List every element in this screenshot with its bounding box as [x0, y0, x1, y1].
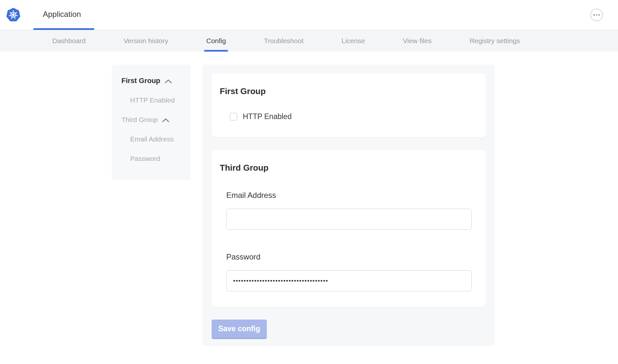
config-main-panel: First Group HTTP Enabled Third Group Ema… [203, 65, 495, 346]
kubernetes-logo-icon [6, 7, 21, 22]
tab-config[interactable]: Config [204, 30, 228, 52]
tab-version-history[interactable]: Version history [122, 30, 170, 52]
chevron-up-icon [165, 79, 172, 83]
sidebar-group-label: First Group [121, 77, 160, 85]
password-field: Password [226, 252, 477, 291]
sidebar-item-label: HTTP Enabled [130, 96, 175, 104]
config-group-card-third: Third Group Email Address Password [212, 150, 486, 307]
ellipsis-menu-button[interactable] [590, 9, 603, 21]
sidebar-item-label: Email Address [130, 135, 174, 143]
save-config-button[interactable]: Save config [212, 320, 267, 338]
http-enabled-label[interactable]: HTTP Enabled [243, 112, 291, 121]
password-input[interactable] [226, 270, 472, 291]
config-sidebar: First Group HTTP Enabled Third Group Ema… [112, 65, 191, 180]
tab-view-files[interactable]: View files [401, 30, 433, 52]
tab-dashboard[interactable]: Dashboard [50, 30, 88, 52]
config-content: First Group HTTP Enabled Third Group Ema… [112, 65, 618, 346]
email-address-field: Email Address [226, 191, 477, 230]
config-group-title: Third Group [220, 163, 477, 173]
sidebar-item-email-address[interactable]: Email Address [112, 129, 191, 149]
sidebar-item-label: Password [130, 155, 160, 163]
password-label: Password [226, 252, 477, 261]
sidebar-group-third-group[interactable]: Third Group [112, 110, 191, 129]
config-group-card-first: First Group HTTP Enabled [212, 73, 486, 137]
app-header: Application [0, 0, 618, 30]
http-enabled-row: HTTP Enabled [230, 112, 477, 121]
ellipsis-icon [593, 14, 595, 16]
email-address-label: Email Address [226, 191, 477, 200]
tab-registry-settings[interactable]: Registry settings [468, 30, 522, 52]
tab-license[interactable]: License [340, 30, 367, 52]
config-group-title: First Group [220, 86, 477, 96]
sidebar-group-first-group[interactable]: First Group [112, 71, 191, 91]
http-enabled-checkbox[interactable] [230, 113, 237, 120]
app-nav-tabs: Dashboard Version history Config Trouble… [0, 30, 618, 52]
sidebar-item-password[interactable]: Password [112, 149, 191, 168]
email-address-input[interactable] [226, 209, 472, 230]
header-app-tab[interactable]: Application [33, 0, 94, 30]
sidebar-group-label: Third Group [121, 116, 158, 124]
header-app-tab-label: Application [43, 10, 81, 19]
tab-troubleshoot[interactable]: Troubleshoot [262, 30, 305, 52]
chevron-up-icon [162, 118, 169, 122]
sidebar-item-http-enabled[interactable]: HTTP Enabled [112, 91, 191, 110]
